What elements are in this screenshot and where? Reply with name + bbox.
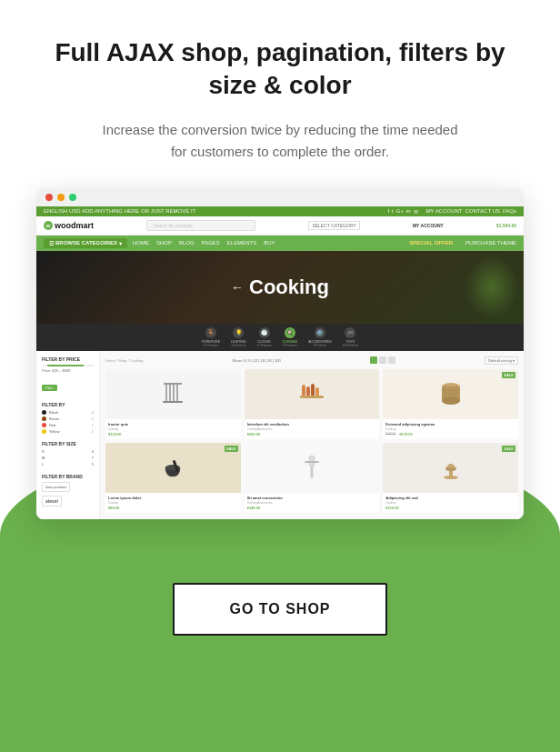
shop-logo: w woodmart [44,221,94,230]
category-lighting[interactable]: 💡 LIGHTING 14 Products [231,327,246,347]
product-info-2: Interdum elit vestibulum Cooking Accesso… [245,419,380,439]
product-cat-2: Cooking Accessories [247,427,377,431]
browser-dot-yellow [57,194,65,201]
compact-view-icon[interactable] [388,356,395,364]
browse-categories-btn[interactable]: ☰ BROWSE CATEGORIES ▾ [44,238,127,248]
nav-elements[interactable]: ELEMENTS [227,240,256,246]
category-cooking[interactable]: 🍳 COOKING 12 Products [283,327,298,347]
product-info-1: Iructor quis Cooking $119.00 [105,419,241,439]
color-dot-yellow [42,429,46,434]
nav-buy[interactable]: BUY [264,240,275,246]
svg-point-14 [315,387,319,391]
nav-blog[interactable]: BLOG [179,240,195,246]
page-title: Full AJAX shop, pagination, filters by s… [36,36,524,103]
svg-rect-3 [173,385,175,401]
size-l[interactable]: L5 [42,462,94,466]
product-image-6 [383,443,518,493]
sale-badge-3: SALE [502,372,515,378]
product-info-5: Sit amet consectetur Cooking Accessories… [245,493,380,513]
shop-body: FILTER BY PRICE Price: $29 – $589 Filter… [36,351,524,519]
color-dot-black [42,410,46,415]
size-s[interactable]: S4 [42,449,94,454]
hero-content: ← Cooking [231,276,329,299]
hero-arrow-icon: ← [231,280,244,295]
filter-button[interactable]: Filter [42,385,57,391]
product-info-4: Lorem ipsum dolor Cooking $89.00 [105,493,241,513]
product-cat-4: Cooking [108,501,238,505]
svg-point-13 [311,384,315,387]
svg-point-12 [306,386,310,390]
cta-area: GO TO SHOP [0,556,560,672]
product-card-3[interactable]: SALE [383,369,518,439]
price-range-fill [47,365,84,366]
special-offer[interactable]: SPECIAL OFFER [409,240,453,246]
color-brown[interactable]: Brown 1 [42,416,94,421]
go-to-shop-button[interactable]: GO TO SHOP [173,583,386,636]
category-clocks[interactable]: 🕐 CLOCKS 12 Products [257,327,272,347]
shop-header: w woodmart Search for products SELECT CA… [36,216,524,236]
price-label: Price: $29 – $589 [42,368,94,373]
shop-top-bar: ENGLISH USD ADD ANYTHING HERE OR JUST RE… [36,206,524,216]
product-card-2[interactable]: Interdum elit vestibulum Cooking Accesso… [245,369,380,439]
nav-pages[interactable]: PAGES [202,240,220,246]
product-price-3: $179.00 [399,432,412,436]
default-sorting[interactable]: Default sorting ▾ [485,356,518,365]
product-card-4[interactable]: SALE Lorem [105,443,241,513]
nav-shop[interactable]: SHOP [156,240,172,246]
filter-by-section: FILTER BY Black 4 Brown 1 [42,402,94,434]
grid-view-icon[interactable] [370,356,377,364]
logo-text: woodmart [55,221,94,230]
select-category[interactable]: SELECT CATEGORY [308,221,359,230]
my-account[interactable]: MY ACCOUNT [413,223,444,228]
product-card-1[interactable]: Iructor quis Cooking $119.00 [105,369,241,439]
product-name-6: Adipiscing elit sed [385,496,515,500]
shop-search[interactable]: Search for products [146,220,255,231]
filter-size-section: FILTER BY SIZE S4 M7 L5 [42,441,94,466]
svg-rect-4 [176,385,178,401]
product-grid: Iructor quis Cooking $119.00 [105,369,518,513]
cart-total[interactable]: $1,594.00 [496,223,516,228]
product-image-5 [245,443,380,493]
filter-size-title: FILTER BY SIZE [42,441,94,446]
product-cat-3: Cooking [385,427,515,431]
sale-badge-4: SALE [225,446,238,452]
color-dot-brown [42,416,46,421]
svg-rect-1 [165,385,167,401]
page-wrapper: Full AJAX shop, pagination, filters by s… [0,0,560,752]
brand-alessi[interactable]: alessi [42,496,62,506]
grid-view-icons [370,356,395,364]
category-furniture[interactable]: 🪑 FURNITURE 10 Products [202,327,220,347]
product-name-1: Iructor quis [108,422,238,426]
product-grid-area: Home / Shop / Cooking Show: 6 | 9 | 12 |… [100,351,524,519]
product-card-6[interactable]: SALE Adipi [383,443,518,513]
filter-brand-section: FILTER BY BRAND louis poulsen alessi [42,474,94,506]
breadcrumb: Home / Shop / Cooking [105,358,143,363]
filter-price-title: FILTER BY PRICE [42,356,94,362]
product-cat-5: Cooking Accessories [247,501,377,505]
brand-louis-poulsen[interactable]: louis poulsen [42,482,70,492]
nav-home[interactable]: HOME [133,240,149,246]
svg-point-32 [445,467,456,471]
svg-point-17 [442,397,460,405]
product-price-6: $219.00 [385,506,515,510]
list-view-icon[interactable] [379,356,386,364]
product-card-5[interactable]: Sit amet consectetur Cooking Accessories… [245,443,380,513]
price-range-slider[interactable] [42,365,94,366]
product-info-3: Euismod adipiscing egestas Cooking $187.… [383,419,518,439]
hero-bg-image [329,251,524,324]
purchase-theme[interactable]: PURCHASE THEME [465,240,516,246]
page-subtitle: Increase the conversion twice by reducin… [98,119,462,163]
svg-rect-0 [164,383,182,385]
color-yellow[interactable]: Yellow 1 [42,429,94,434]
svg-rect-29 [305,461,319,463]
category-toys[interactable]: 🎮 TOYS 220 Products [343,327,359,347]
product-price-1: $119.00 [108,432,238,436]
browser-dot-green [69,194,76,201]
size-m[interactable]: M7 [42,456,94,460]
sale-badge-6: SALE [502,446,515,452]
color-black[interactable]: Black 4 [42,410,94,415]
hero-banner: ← Cooking [36,251,524,324]
category-accessories[interactable]: ⚙️ ACCESSORIES 9 Products [308,327,331,347]
color-red[interactable]: Red 1 [42,423,94,427]
top-bar-icons: ftG+in✉ MY ACCOUNT CONTACT US FAQs [387,208,516,215]
